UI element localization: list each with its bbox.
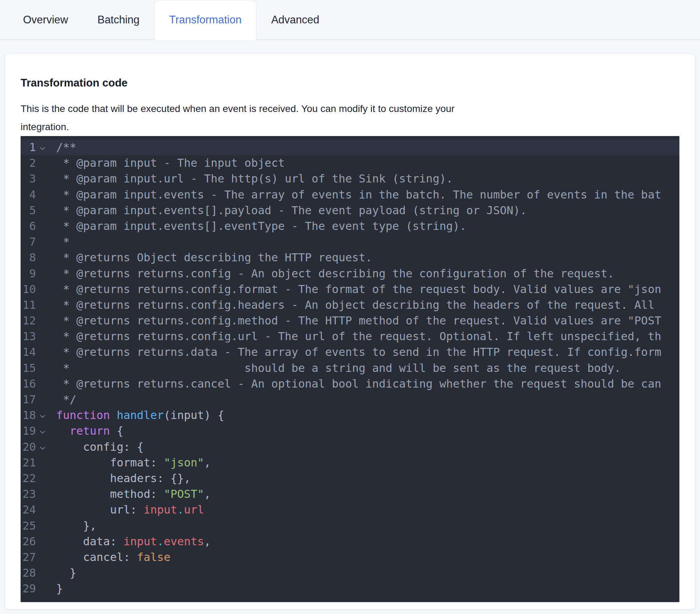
code-line[interactable]: 11 * @returns returns.config.headers - A… [21, 297, 679, 313]
line-number: 11 [21, 297, 36, 313]
tab-batching[interactable]: Batching [83, 0, 154, 39]
code-line[interactable]: 28 } [21, 565, 679, 581]
line-number: 19 [21, 423, 36, 439]
code-token: headers: {}, [56, 472, 191, 485]
code-token [110, 409, 117, 422]
fold-chevron-glyph [40, 415, 45, 418]
code-line[interactable]: 19 return { [21, 423, 679, 439]
fold-chevron-icon[interactable] [36, 439, 56, 455]
code-token: } [56, 582, 63, 595]
tab-advanced[interactable]: Advanced [256, 0, 334, 39]
line-number: 13 [21, 329, 36, 344]
line-number: 15 [21, 360, 36, 376]
code-line[interactable]: 2 * @param input - The input object [21, 155, 679, 171]
code-line[interactable]: 10 * @returns returns.config.format - Th… [21, 282, 679, 297]
code-token: "json" [164, 456, 204, 469]
code-line[interactable]: 13 * @returns returns.config.url - The u… [21, 329, 679, 344]
code-line[interactable]: 4 * @param input.events - The array of e… [21, 187, 679, 203]
code-line[interactable]: 25 }, [21, 518, 679, 534]
code-token: * should be a string and will be sent as… [56, 361, 621, 375]
code-token: * @returns returns.config.url - The url … [56, 330, 661, 343]
line-number: 12 [21, 313, 36, 329]
code-line[interactable]: 15 * should be a string and will be sent… [21, 360, 679, 376]
code-token: return [70, 424, 110, 437]
code-token: . [157, 535, 164, 548]
code-token: * @returns returns.config - An object de… [56, 267, 614, 280]
line-number: 5 [21, 203, 36, 218]
code-line[interactable]: 14 * @returns returns.data - The array o… [21, 344, 679, 360]
code-token: function [56, 409, 110, 422]
code-line[interactable]: 26 data: input.events, [21, 534, 679, 549]
fold-chevron-icon[interactable] [36, 140, 56, 155]
code-line[interactable]: 18function handler(input) { [21, 407, 679, 423]
code-token: "POST" [164, 487, 204, 501]
code-token: . [177, 503, 184, 516]
code-line[interactable]: 12 * @returns returns.config.method - Th… [21, 313, 679, 329]
transformation-panel: Transformation code This is the code tha… [5, 53, 695, 609]
code-line[interactable]: 27 cancel: false [21, 549, 679, 565]
code-line[interactable]: 6 * @param input.events[].eventType - Th… [21, 218, 679, 234]
code-line[interactable]: 23 method: "POST", [21, 486, 679, 502]
code-line[interactable]: 17 */ [21, 392, 679, 407]
line-number: 14 [21, 344, 36, 360]
panel-description: This is the code that will be executed w… [21, 100, 679, 136]
fold-chevron-icon[interactable] [36, 423, 56, 439]
code-token: * @returns returns.config.headers - An o… [56, 298, 655, 312]
code-line[interactable]: 16 * @returns returns.cancel - An option… [21, 376, 679, 392]
code-line[interactable]: 24 url: input.url [21, 502, 679, 518]
line-number: 26 [21, 534, 36, 549]
code-line[interactable]: 22 headers: {}, [21, 471, 679, 486]
line-number: 17 [21, 392, 36, 407]
line-number: 24 [21, 502, 36, 518]
code-line[interactable]: 20 config: { [21, 439, 679, 455]
panel-description-line-1: This is the code that will be executed w… [21, 100, 679, 118]
tab-transformation-label: Transformation [169, 14, 241, 26]
tab-overview-label: Overview [23, 14, 68, 26]
code-token: * @param input - The input object [56, 156, 285, 170]
line-number: 4 [21, 187, 36, 203]
code-token: , [204, 535, 211, 548]
tab-transformation[interactable]: Transformation [154, 0, 256, 40]
fold-chevron-icon[interactable] [36, 407, 56, 423]
fold-chevron-glyph [40, 430, 45, 434]
line-number: 9 [21, 266, 36, 282]
code-token: /** [56, 141, 76, 154]
code-token: (input) { [164, 409, 224, 422]
tab-overview[interactable]: Overview [8, 0, 83, 39]
panel-description-line-2: integration. [21, 118, 679, 136]
code-token: * @param input.events[].eventType - The … [56, 219, 466, 233]
code-token: * @param input.events[].payload - The ev… [56, 204, 527, 217]
line-number: 23 [21, 486, 36, 502]
line-number: 2 [21, 155, 36, 171]
code-line[interactable]: 3 * @param input.url - The http(s) url o… [21, 171, 679, 187]
tab-bar: Overview Batching Transformation Advance… [0, 0, 700, 40]
code-line[interactable]: 5 * @param input.events[].payload - The … [21, 203, 679, 218]
code-token: method: [56, 487, 164, 501]
line-number: 18 [21, 407, 36, 423]
code-token: cancel: [56, 551, 137, 564]
code-line[interactable]: 7 * [21, 234, 679, 250]
code-line[interactable]: 1/** [21, 140, 679, 155]
line-number: 6 [21, 218, 36, 234]
line-number: 7 [21, 234, 36, 250]
code-token [56, 424, 70, 437]
line-number: 25 [21, 518, 36, 534]
code-editor[interactable]: 1/**2 * @param input - The input object3… [21, 136, 679, 602]
code-line[interactable]: 29} [21, 581, 679, 597]
tab-advanced-label: Advanced [271, 14, 319, 26]
code-line[interactable]: 8 * @returns Object describing the HTTP … [21, 250, 679, 265]
code-token: input [124, 535, 157, 548]
code-token: * @returns returns.data - The array of e… [56, 345, 661, 359]
code-token: } [56, 566, 76, 579]
code-token: * @param input.events - The array of eve… [56, 188, 661, 201]
code-line[interactable]: 9 * @returns returns.config - An object … [21, 266, 679, 282]
fold-chevron-glyph [40, 447, 45, 450]
code-line[interactable]: 21 format: "json", [21, 455, 679, 471]
tab-batching-label: Batching [97, 14, 140, 26]
code-token: format: [56, 456, 164, 469]
code-token: url [184, 503, 204, 516]
line-number: 27 [21, 549, 36, 565]
code-token: }, [56, 519, 97, 532]
code-token: url: [56, 503, 143, 516]
line-number: 22 [21, 471, 36, 486]
